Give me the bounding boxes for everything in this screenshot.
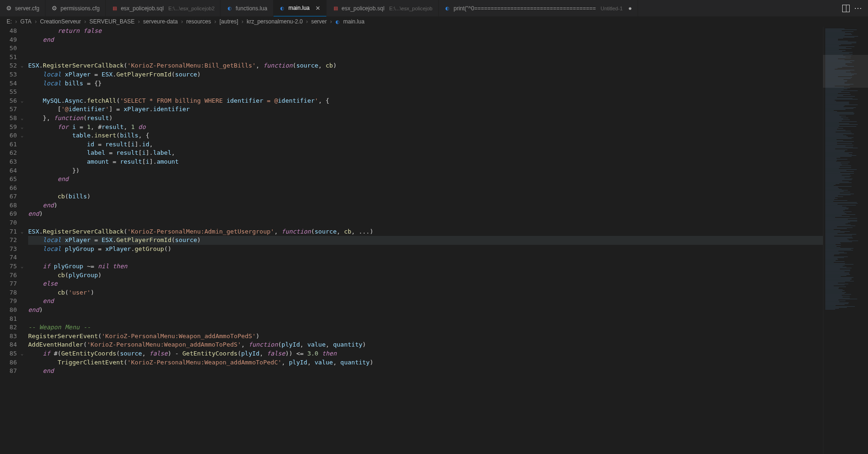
chevron-right-icon: ›	[306, 18, 308, 25]
code-line[interactable]: }, function(result)	[28, 114, 868, 123]
breadcrumb-item[interactable]: krz_personalmenu-2.0	[247, 18, 303, 25]
code-line[interactable]: cb(bills)	[28, 192, 868, 201]
line-number: 70	[0, 219, 17, 227]
code-line[interactable]: local plyGroup = xPlayer.getGroup()	[28, 245, 868, 254]
fold-icon[interactable]: ⌄	[21, 97, 23, 106]
tab-path: E:\...\esx_policejob	[389, 6, 432, 11]
fold-icon[interactable]: ⌄	[21, 131, 23, 140]
code-line[interactable]: local bills = {}	[28, 79, 868, 88]
line-number: 52⌄	[0, 61, 17, 70]
breadcrumb-item[interactable]: GTA	[20, 18, 31, 25]
breadcrumb[interactable]: E:›GTA›CreationServeur›SERVEUR_BASE›serv…	[0, 16, 868, 27]
chevron-right-icon: ›	[330, 18, 332, 25]
code-line[interactable]: RegisterServerEvent('KorioZ-PersonalMenu…	[28, 332, 868, 341]
code-line[interactable]: end	[28, 175, 868, 184]
code-line[interactable]: MySQL.Async.fetchAll('SELECT * FROM bill…	[28, 97, 868, 106]
minimap-viewport[interactable]	[823, 55, 868, 88]
line-number: 57	[0, 105, 17, 114]
code-line[interactable]	[28, 44, 868, 53]
code-line[interactable]: end	[28, 297, 868, 306]
code-line[interactable]	[28, 253, 868, 262]
line-number: 82	[0, 323, 17, 332]
line-number: 54	[0, 79, 17, 88]
code-line[interactable]: end)	[28, 210, 868, 219]
code-line[interactable]: cb(plyGroup)	[28, 271, 868, 280]
code-line[interactable]	[28, 88, 868, 97]
breadcrumb-item[interactable]: [autres]	[220, 18, 238, 25]
code-line[interactable]: TriggerClientEvent('KorioZ-PersonalMenu:…	[28, 358, 868, 367]
code-line[interactable]: local xPlayer = ESX.GetPlayerFromId(sour…	[28, 70, 868, 79]
fold-icon[interactable]: ⌄	[21, 123, 23, 132]
tab-print-0-[interactable]: ◐print("^0==============================…	[439, 0, 638, 16]
code-line[interactable]: end)	[28, 306, 868, 315]
fold-icon[interactable]: ⌄	[21, 262, 23, 271]
code-line[interactable]: if plyGroup ~= nil then	[28, 262, 868, 271]
breadcrumb-item[interactable]: server	[311, 18, 327, 25]
code-line[interactable]: table.insert(bills, {	[28, 131, 868, 140]
line-number: 50	[0, 44, 17, 53]
tab-label: print("^0===============================…	[454, 5, 596, 12]
breadcrumb-item[interactable]: CreationServeur	[40, 18, 81, 25]
breadcrumb-item[interactable]: E:	[7, 18, 12, 25]
chevron-right-icon: ›	[242, 18, 244, 25]
line-number: 53	[0, 70, 17, 79]
line-number: 80	[0, 306, 17, 315]
split-editor-icon[interactable]	[842, 5, 850, 12]
line-number: 61	[0, 140, 17, 149]
code-line[interactable]: cb('user')	[28, 288, 868, 297]
modified-icon[interactable]: ●	[628, 5, 632, 12]
code-line[interactable]: amount = result[i].amount	[28, 158, 868, 166]
breadcrumb-item[interactable]: resources	[186, 18, 211, 25]
line-number: 48	[0, 27, 17, 36]
line-number: 73	[0, 245, 17, 254]
line-number: 72	[0, 236, 17, 245]
tab-permissions-cfg[interactable]: ⚙permissions.cfg	[46, 0, 106, 16]
chevron-right-icon: ›	[181, 18, 183, 25]
code-line[interactable]: ESX.RegisterServerCallback('KorioZ-Perso…	[28, 227, 868, 236]
line-number: 64	[0, 166, 17, 175]
close-icon[interactable]: ✕	[315, 5, 320, 12]
code-area[interactable]: return false endESX.RegisterServerCallba…	[26, 27, 868, 454]
fold-icon[interactable]: ⌄	[21, 61, 23, 70]
code-line[interactable]: else	[28, 280, 868, 288]
minimap[interactable]	[823, 27, 868, 454]
code-line[interactable]: end)	[28, 201, 868, 210]
breadcrumb-item[interactable]: main.lua	[343, 18, 365, 25]
fold-icon[interactable]: ⌄	[21, 349, 23, 358]
line-number: 59⌄	[0, 123, 17, 132]
code-line[interactable]: end	[28, 36, 868, 45]
code-line[interactable]: end	[28, 367, 868, 376]
breadcrumb-item[interactable]: SERVEUR_BASE	[90, 18, 135, 25]
more-icon[interactable]: ···	[854, 5, 862, 12]
line-number: 60⌄	[0, 131, 17, 140]
chevron-right-icon: ›	[35, 18, 37, 25]
code-line[interactable]: if #(GetEntityCoords(source, false) - Ge…	[28, 349, 868, 358]
tab-main-lua[interactable]: ◐main.lua✕	[274, 0, 327, 16]
code-line[interactable]	[28, 219, 868, 227]
code-line[interactable]: ['@identifier'] = xPlayer.identifier	[28, 105, 868, 114]
tab-server-cfg[interactable]: ⚙server.cfg	[0, 0, 46, 16]
code-line[interactable]	[28, 184, 868, 193]
breadcrumb-item[interactable]: serveure-data	[143, 18, 178, 25]
code-line[interactable]: AddEventHandler('KorioZ-PersonalMenu:Wea…	[28, 340, 868, 349]
line-number: 77	[0, 280, 17, 288]
code-line[interactable]: for i = 1, #result, 1 do	[28, 123, 868, 132]
line-number: 78	[0, 288, 17, 297]
code-line[interactable]: id = result[i].id,	[28, 140, 868, 149]
tab-esx_policejob-sql[interactable]: ▤esx_policejob.sqlE:\...\esx_policejob	[327, 0, 439, 16]
lua-icon: ◐	[226, 5, 233, 12]
code-line[interactable]: local xPlayer = ESX.GetPlayerFromId(sour…	[28, 236, 868, 245]
tab-functions-lua[interactable]: ◐functions.lua	[221, 0, 273, 16]
code-line[interactable]: ESX.RegisterServerCallback('KorioZ-Perso…	[28, 61, 868, 70]
gear-icon: ⚙	[51, 5, 58, 12]
tab-esx_policejob-sql[interactable]: ▤esx_policejob.sqlE:\...\esx_policejob2	[106, 0, 221, 16]
code-line[interactable]: label = result[i].label,	[28, 149, 868, 158]
code-line[interactable]: return false	[28, 27, 868, 36]
code-line[interactable]: })	[28, 166, 868, 175]
code-line[interactable]	[28, 315, 868, 324]
code-line[interactable]	[28, 53, 868, 62]
fold-icon[interactable]: ⌄	[21, 227, 23, 236]
fold-icon[interactable]: ⌄	[21, 114, 23, 123]
code-line[interactable]: -- Weapon Menu --	[28, 323, 868, 332]
line-number: 84	[0, 340, 17, 349]
